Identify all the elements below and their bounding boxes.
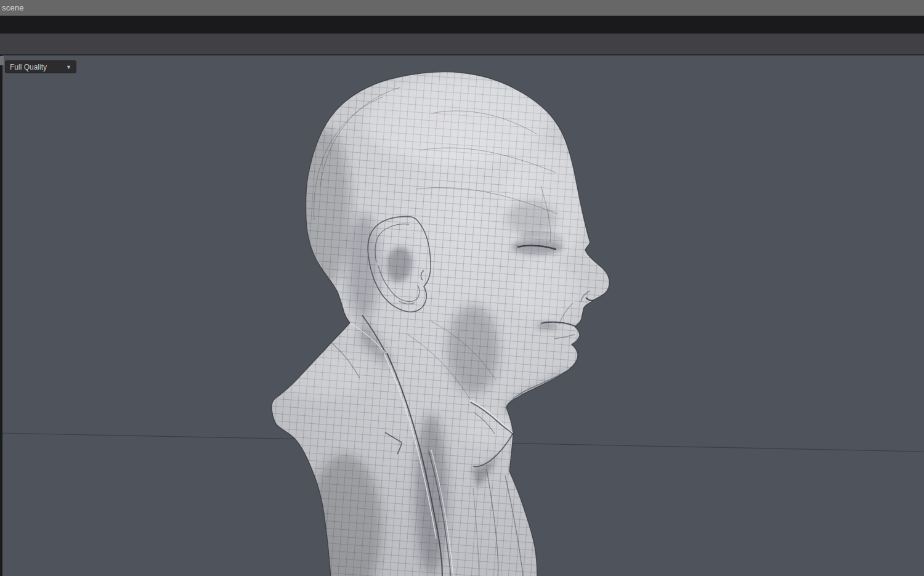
tool-bar-empty	[0, 34, 924, 55]
menu-bar-empty	[0, 16, 924, 34]
scene-tab[interactable]: scene	[0, 3, 24, 12]
viewport-canvas-wireframe-bust[interactable]	[0, 55, 924, 576]
viewport-left-edge-strip	[0, 55, 2, 576]
app-window: scene	[0, 0, 924, 576]
3d-viewport[interactable]: Full Quality ▼	[0, 54, 924, 576]
chevron-down-icon: ▼	[66, 65, 71, 70]
pane-splitter-grip[interactable]	[0, 56, 4, 65]
quality-dropdown-label: Full Quality	[10, 63, 47, 71]
quality-dropdown[interactable]: Full Quality ▼	[5, 60, 76, 73]
scene-tab-bar: scene	[0, 0, 924, 16]
